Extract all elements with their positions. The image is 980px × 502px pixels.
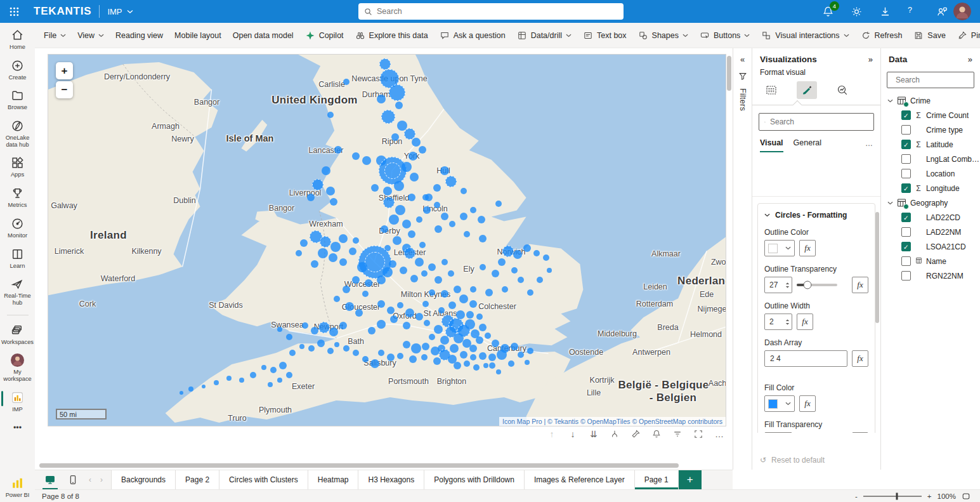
data-point-circle[interactable] bbox=[518, 277, 524, 283]
data-point-circle[interactable] bbox=[362, 156, 371, 165]
data-point-circle[interactable] bbox=[470, 354, 476, 360]
data-point-circle[interactable] bbox=[371, 184, 379, 192]
data-point-circle[interactable] bbox=[379, 58, 391, 70]
data-point-circle[interactable] bbox=[239, 378, 244, 383]
data-point-circle[interactable] bbox=[433, 184, 441, 192]
data-point-circle[interactable] bbox=[261, 365, 266, 370]
zoom-out-button[interactable]: - bbox=[855, 492, 858, 500]
menu-item-text-box[interactable]: Text box bbox=[577, 23, 632, 48]
data-table-crime[interactable]: Crime bbox=[881, 93, 980, 108]
data-point-circle[interactable] bbox=[448, 301, 456, 309]
data-point-circle[interactable] bbox=[454, 286, 461, 293]
fx-button[interactable]: fx bbox=[797, 314, 813, 330]
data-point-circle[interactable] bbox=[339, 322, 347, 329]
data-point-circle[interactable] bbox=[214, 380, 219, 385]
sidebar-item-learn[interactable]: Learn bbox=[0, 248, 35, 270]
data-point-circle[interactable] bbox=[527, 348, 533, 354]
data-point-circle[interactable] bbox=[330, 242, 341, 252]
spinner-arrows-icon[interactable] bbox=[785, 318, 790, 326]
sidebar-item-monitor[interactable]: Monitor bbox=[0, 217, 35, 239]
page-tab-backgrounds[interactable]: Backgrounds bbox=[111, 470, 176, 489]
data-point-circle[interactable] bbox=[441, 290, 448, 298]
menu-item-mobile-layout[interactable]: Mobile layout bbox=[169, 23, 227, 48]
sidebar-item-power-bi[interactable]: Power BI bbox=[0, 477, 35, 502]
data-point-circle[interactable] bbox=[415, 258, 424, 267]
user-avatar[interactable] bbox=[953, 3, 971, 20]
data-point-circle[interactable] bbox=[402, 220, 411, 228]
menu-item-ask-a-question[interactable]: Ask a question bbox=[434, 23, 511, 48]
sidebar-item-workspaces[interactable]: Workspaces bbox=[0, 324, 35, 346]
field-checkbox[interactable]: ✓ bbox=[901, 140, 911, 149]
prev-page-arrow[interactable]: ‹ bbox=[88, 475, 92, 484]
data-point-circle[interactable] bbox=[286, 334, 292, 340]
menu-item-explore-this-data[interactable]: Explore this data bbox=[350, 23, 434, 48]
menu-item-save[interactable]: Save bbox=[908, 23, 951, 48]
page-tab-page-1[interactable]: Page 1 bbox=[635, 470, 679, 489]
data-point-circle[interactable] bbox=[343, 345, 350, 352]
fx-button[interactable]: fx bbox=[852, 432, 868, 433]
data-point-circle[interactable] bbox=[497, 350, 507, 360]
data-point-circle[interactable] bbox=[378, 350, 384, 356]
menu-item-data-drill[interactable]: Data/drill bbox=[511, 23, 577, 48]
menu-item-shapes[interactable]: Shapes bbox=[632, 23, 694, 48]
data-point-circle[interactable] bbox=[478, 216, 485, 223]
data-point-circle[interactable] bbox=[410, 173, 419, 182]
mobile-view-button[interactable] bbox=[65, 470, 81, 490]
focus-icon[interactable] bbox=[693, 429, 703, 439]
data-point-circle[interactable] bbox=[377, 275, 386, 284]
zoom-out-button[interactable]: − bbox=[56, 81, 73, 98]
data-point-circle[interactable] bbox=[421, 270, 428, 277]
data-point-circle[interactable] bbox=[461, 188, 467, 194]
field-checkbox[interactable] bbox=[901, 227, 911, 237]
fx-button[interactable]: fx bbox=[852, 350, 868, 367]
data-point-circle[interactable] bbox=[454, 362, 461, 369]
field-lad22nm[interactable]: LAD22NM bbox=[881, 225, 980, 239]
data-point-circle[interactable] bbox=[431, 347, 440, 355]
menu-item-visual-interactions[interactable]: Visual interactions bbox=[755, 23, 854, 48]
data-point-circle[interactable] bbox=[389, 84, 405, 101]
data-point-circle[interactable] bbox=[329, 327, 338, 336]
format-visual-tab[interactable] bbox=[797, 81, 817, 99]
next-page-arrow[interactable]: › bbox=[100, 475, 103, 484]
data-point-circle[interactable] bbox=[408, 152, 417, 161]
data-point-circle[interactable] bbox=[408, 194, 415, 201]
menu-item-buttons[interactable]: Buttons bbox=[694, 23, 755, 48]
outline-color-picker[interactable] bbox=[764, 240, 795, 256]
data-point-circle[interactable] bbox=[422, 194, 429, 201]
page-tab-h3-hexagons[interactable]: H3 Hexagons bbox=[358, 470, 424, 489]
field-lad22cd[interactable]: ✓LAD22CD bbox=[881, 210, 980, 225]
data-point-circle[interactable] bbox=[422, 343, 429, 350]
search-input[interactable] bbox=[377, 7, 618, 16]
data-point-circle[interactable] bbox=[424, 320, 430, 326]
data-point-circle[interactable] bbox=[496, 369, 501, 374]
data-point-circle[interactable] bbox=[489, 362, 495, 369]
data-point-circle[interactable] bbox=[476, 336, 483, 344]
page-tab-images-reference-layer[interactable]: Images & Reference Layer bbox=[525, 470, 635, 489]
zoom-in-button[interactable]: + bbox=[56, 62, 73, 79]
data-point-circle[interactable] bbox=[403, 322, 410, 329]
data-point-circle[interactable] bbox=[400, 267, 407, 274]
data-point-circle[interactable] bbox=[387, 353, 395, 361]
fill-transparency-input[interactable]: 20 bbox=[764, 432, 792, 433]
data-point-circle[interactable] bbox=[433, 357, 441, 365]
sidebar-item-more[interactable]: ••• bbox=[0, 421, 35, 434]
data-point-circle[interactable] bbox=[547, 268, 552, 273]
data-point-circle[interactable] bbox=[464, 231, 470, 237]
data-point-circle[interactable] bbox=[411, 343, 421, 353]
data-point-circle[interactable] bbox=[518, 352, 524, 358]
data-point-circle[interactable] bbox=[423, 206, 431, 214]
reset-to-default-button[interactable]: ↺ Reset to default bbox=[760, 456, 825, 465]
data-point-circle[interactable] bbox=[440, 166, 449, 175]
more-h-icon[interactable]: … bbox=[714, 429, 724, 439]
sidebar-item-home[interactable]: Home bbox=[0, 29, 35, 51]
data-point-circle[interactable] bbox=[469, 345, 477, 352]
data-point-circle[interactable] bbox=[270, 367, 277, 373]
menu-item-pin-to-a-dashboard[interactable]: Pin to a dashboard bbox=[951, 23, 980, 48]
format-search-input[interactable] bbox=[770, 117, 868, 126]
data-point-circle[interactable] bbox=[370, 359, 379, 368]
data-point-circle[interactable] bbox=[479, 235, 487, 242]
canvas-vertical-scrollbar[interactable] bbox=[727, 56, 731, 456]
data-point-circle[interactable] bbox=[434, 225, 442, 233]
data-point-circle[interactable] bbox=[250, 372, 256, 378]
sidebar-item-apps[interactable]: Apps bbox=[0, 156, 35, 178]
